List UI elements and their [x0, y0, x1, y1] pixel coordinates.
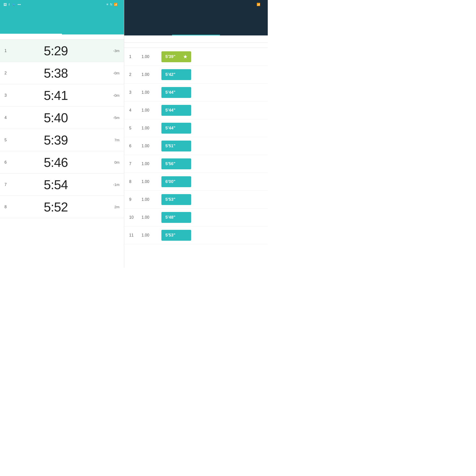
- right-header: [124, 9, 268, 27]
- cue-pace-value-5: 5'44": [165, 126, 175, 131]
- cue-num-5: 5: [129, 126, 142, 130]
- cue-row-3: 3 1.00 5'44": [124, 84, 268, 101]
- cue-list: 1 1.00 5'39" ★ 2 1.00 5'42" 3 1.00 5'44"…: [124, 48, 268, 268]
- split-elev-6: 0m: [97, 160, 119, 164]
- split-elev-5: 7m: [97, 138, 119, 142]
- cue-row-1: 1 1.00 5'39" ★: [124, 48, 268, 66]
- cue-row-6: 6 1.00 5'51": [124, 137, 268, 155]
- cue-pace-bar-3: 5'44": [161, 87, 191, 98]
- cue-num-10: 10: [129, 215, 142, 220]
- split-row-1: 1 5:29 -3m: [0, 40, 124, 62]
- cue-pace-bar-8: 6'00": [161, 176, 191, 187]
- cue-pace-bar-7: 5'56": [161, 158, 191, 169]
- cue-num-11: 11: [129, 233, 142, 238]
- cue-kms-8: 1.00: [142, 179, 161, 184]
- split-num-3: 3: [4, 93, 14, 98]
- cue-pace-value-8: 6'00": [165, 179, 175, 184]
- split-num-1: 1: [4, 49, 14, 53]
- cue-row-4: 4 1.00 5'44": [124, 101, 268, 119]
- photo-icon: 🖼: [3, 3, 7, 6]
- split-elev-2: -0m: [97, 71, 119, 75]
- cue-kms-2: 1.00: [142, 72, 161, 77]
- cue-kms-9: 1.00: [142, 197, 161, 202]
- split-elev-4: -5m: [97, 116, 119, 120]
- tab-kilometers[interactable]: [0, 27, 62, 34]
- cue-num-3: 3: [129, 90, 142, 95]
- cue-pace-bar-5: 5'44": [161, 123, 191, 134]
- cue-pace-value-6: 5'51": [165, 144, 175, 149]
- cue-row-2: 2 1.00 5'42": [124, 66, 268, 84]
- cue-num-1: 1: [129, 55, 142, 59]
- cue-pace-bar-4: 5'44": [161, 105, 191, 116]
- split-pace-7: 5:54: [14, 177, 97, 192]
- tabs-right: [124, 27, 268, 35]
- cue-pace-bar-2: 5'42": [161, 69, 191, 80]
- cue-row-7: 7 1.00 5'56": [124, 155, 268, 173]
- cue-num-7: 7: [129, 162, 142, 166]
- cue-pace-value-4: 5'44": [165, 108, 175, 113]
- twitter-icon: 🐦: [12, 3, 16, 6]
- splits-list: 1 5:29 -3m 2 5:38 -0m 3 5:41 -0m 4 5:40 …: [0, 40, 124, 268]
- cue-kms-6: 1.00: [142, 144, 161, 148]
- split-pace-4: 5:40: [14, 110, 97, 125]
- tab-splits[interactable]: [172, 27, 220, 35]
- cue-row-11: 11 1.00 5'53": [124, 226, 268, 244]
- split-pace-3: 5:41: [14, 88, 97, 103]
- cue-pace-bar-1: 5'39" ★: [161, 51, 191, 62]
- split-num-2: 2: [4, 71, 14, 75]
- cue-row-8: 8 1.00 6'00": [124, 173, 268, 191]
- split-num-8: 8: [4, 205, 14, 209]
- bluetooth-icon: ✳: [106, 3, 109, 6]
- split-num-7: 7: [4, 182, 14, 187]
- cue-num-8: 8: [129, 179, 142, 184]
- cue-pace-bar-11: 5'53": [161, 230, 191, 241]
- more-icon: •••: [18, 3, 21, 6]
- left-header: [0, 9, 124, 27]
- cue-pace-value-9: 5'53": [165, 197, 175, 202]
- tab-map[interactable]: [124, 27, 172, 35]
- tab-workout-intervals[interactable]: [62, 27, 124, 34]
- split-row-8: 8 5:52 2m: [0, 196, 124, 218]
- cue-num-9: 9: [129, 197, 142, 202]
- cue-pace-bar-9: 5'53": [161, 194, 191, 205]
- distance-cue-header: [124, 35, 268, 43]
- cue-pace-bar-10: 5'48": [161, 212, 191, 223]
- cue-pace-value-3: 5'44": [165, 90, 175, 95]
- cue-num-2: 2: [129, 72, 142, 77]
- cue-kms-7: 1.00: [142, 162, 161, 166]
- split-pace-6: 5:46: [14, 155, 97, 170]
- cue-pace-value-10: 5'48": [165, 215, 175, 220]
- left-panel: 🖼 f 🐦 ••• ✳ N 📶 1: [0, 0, 124, 268]
- signal-icon-right: 📶: [257, 3, 260, 6]
- status-icons-left: 🖼 f 🐦 •••: [3, 3, 21, 6]
- right-panel: 📶 1 1.00: [124, 0, 268, 268]
- split-elev-3: -0m: [97, 93, 119, 97]
- split-row-6: 6 5:46 0m: [0, 151, 124, 174]
- cue-pace-value-7: 5'56": [165, 161, 175, 166]
- split-num-5: 5: [4, 138, 14, 142]
- cue-row-10: 10 1.00 5'48": [124, 208, 268, 226]
- split-pace-1: 5:29: [14, 43, 97, 58]
- split-row-5: 5 5:39 7m: [0, 129, 124, 151]
- split-num-4: 4: [4, 116, 14, 120]
- nfc-icon: N: [110, 3, 112, 6]
- status-icons-right: ✳ N 📶: [106, 3, 120, 6]
- split-row-4: 4 5:40 -5m: [0, 107, 124, 129]
- cue-pace-value-1: 5'39": [165, 54, 175, 59]
- tab-heart-rate[interactable]: [220, 27, 268, 35]
- split-num-6: 6: [4, 160, 14, 165]
- star-icon: ★: [183, 54, 187, 60]
- wifi-icon: 📶: [114, 3, 118, 6]
- tabs-left: [0, 27, 124, 34]
- split-elev-7: -1m: [97, 182, 119, 187]
- cue-row-9: 9 1.00 5'53": [124, 191, 268, 208]
- cue-kms-5: 1.00: [142, 126, 161, 130]
- cue-num-4: 4: [129, 108, 142, 113]
- status-bar-left: 🖼 f 🐦 ••• ✳ N 📶: [0, 0, 124, 9]
- split-pace-8: 5:52: [14, 200, 97, 214]
- split-pace-2: 5:38: [14, 66, 97, 81]
- cue-pace-value-11: 5'53": [165, 233, 175, 238]
- cue-kms-1: 1.00: [142, 55, 161, 59]
- split-row-3: 3 5:41 -0m: [0, 84, 124, 107]
- status-bar-right: 📶: [124, 0, 268, 9]
